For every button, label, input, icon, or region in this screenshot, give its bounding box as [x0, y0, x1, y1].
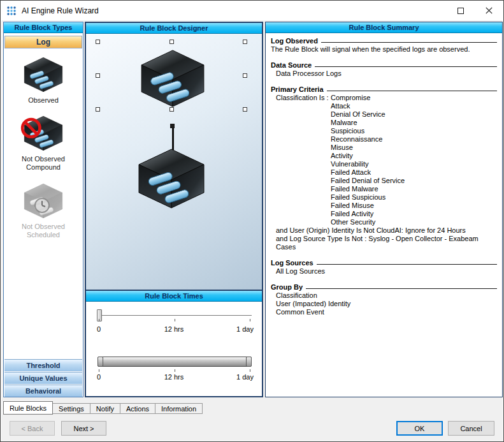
close-button[interactable]	[475, 1, 503, 20]
summary-section-group-by: Group By ClassificationUser (Impacted) I…	[271, 283, 497, 316]
rule-block-designer-canvas[interactable]	[86, 34, 262, 291]
scale-label-1day: 1 day	[236, 325, 254, 333]
scale-label-12hrs: 12 hrs	[164, 373, 184, 381]
back-button: < Back	[10, 421, 55, 436]
section-title: Primary Criteria	[271, 85, 324, 94]
section-title: Log Observed	[271, 37, 318, 45]
wizard-footer: < Back Next > OK Cancel	[1, 421, 503, 439]
classification-item: Activity	[331, 152, 497, 160]
scale-label-1day: 1 day	[236, 373, 254, 381]
cancel-button[interactable]: Cancel	[448, 421, 494, 436]
scale-label-12hrs: 12 hrs	[164, 325, 184, 333]
ok-button[interactable]: OK	[396, 421, 443, 436]
summary-section-primary-criteria: Primary Criteria Classification Is : Com…	[271, 85, 497, 251]
selection-handle[interactable]	[243, 107, 247, 112]
classification-item: Vulnerability	[331, 160, 497, 168]
tab-notify[interactable]: Notify	[90, 403, 120, 414]
rule-block-times-header: Rule Block Times	[86, 291, 262, 302]
rule-block-times-area: 0 12 hrs 1 day 0 12 hrs 1 day	[86, 302, 262, 396]
classification-item: Attack	[331, 102, 497, 110]
section-rule-line	[327, 91, 497, 91]
criteria-line: and Log Source Type Is Not : Syslog - Op…	[276, 235, 497, 251]
selection-handle[interactable]	[96, 40, 100, 44]
summary-section-data-source: Data Source Data Processor Logs	[271, 61, 497, 78]
designer-rule-block-bottom[interactable]	[136, 148, 207, 209]
classification-item: Failed Suspicious	[331, 193, 497, 202]
prohibition-icon	[20, 117, 47, 144]
tick-mark	[175, 319, 175, 321]
classification-is-label: Classification Is :	[276, 94, 331, 226]
tab-information[interactable]: Information	[155, 403, 203, 414]
behavioral-button[interactable]: Behavioral	[4, 385, 82, 397]
classification-item: Other Security	[331, 218, 497, 226]
section-rule-line	[315, 66, 497, 67]
classification-item: Failed Malware	[331, 185, 497, 193]
tick-mark	[250, 369, 250, 372]
log-sources-value: All Log Sources	[271, 267, 497, 276]
maximize-icon	[457, 8, 464, 14]
section-rule-line	[317, 264, 497, 265]
tick-mark	[250, 319, 250, 321]
classification-item: Suspicious	[331, 127, 497, 135]
selection-handle[interactable]	[243, 73, 247, 78]
group-by-item: Common Event	[276, 308, 497, 316]
group-by-item: Classification	[276, 291, 497, 300]
classification-item: Reconnaissance	[331, 135, 497, 144]
time-range-bar[interactable]	[97, 357, 252, 367]
classification-item: Failed Denial of Service	[331, 177, 497, 185]
section-rule-line	[306, 288, 497, 289]
criteria-line: and User (Origin) Identity Is Not CloudA…	[276, 226, 497, 235]
wizard-tabstrip: Rule Blocks Settings Notify Actions Info…	[1, 401, 503, 415]
rule-block-types-header: Rule Block Types	[4, 22, 83, 33]
rule-block-summary-content: Log Observed The Rule Block will signal …	[266, 33, 502, 397]
group-by-item: User (Impacted) Identity	[276, 300, 497, 308]
title-bar[interactable]: AI Engine Rule Wizard	[1, 1, 503, 20]
log-observed-description: The Rule Block will signal when the spec…	[271, 45, 497, 54]
type-observed[interactable]: Observed	[4, 57, 83, 105]
type-observed-label: Observed	[4, 96, 83, 105]
tab-actions[interactable]: Actions	[120, 403, 155, 414]
tab-rule-blocks[interactable]: Rule Blocks	[3, 401, 53, 415]
selection-handle[interactable]	[96, 73, 100, 78]
summary-section-log-sources: Log Sources All Log Sources	[271, 259, 497, 276]
ai-engine-rule-wizard-window: AI Engine Rule Wizard Rule Block Types L…	[0, 0, 504, 442]
observed-cube-icon	[23, 57, 64, 92]
section-title: Group By	[271, 283, 303, 291]
block-connector-line	[172, 128, 174, 150]
tick-mark	[175, 369, 175, 372]
designer-rule-block-top[interactable]	[138, 49, 207, 108]
type-not-observed-compound[interactable]: Not Observed Compound	[4, 115, 83, 172]
type-not-observed-compound-label: Not Observed Compound	[4, 155, 83, 172]
time-slider-track[interactable]	[97, 315, 252, 316]
unique-values-button[interactable]: Unique Values	[4, 372, 82, 384]
selection-handle[interactable]	[169, 107, 174, 112]
rule-block-designer-panel: Rule Block Designer Rule Block Times	[85, 22, 263, 397]
rule-block-summary-header: Rule Block Summary	[266, 22, 502, 33]
classification-item: Failed Activity	[331, 210, 497, 218]
classification-item: Malware	[331, 119, 497, 127]
time-slider-thumb[interactable]	[97, 309, 102, 321]
rule-block-types-panel: Rule Block Types Log Observed Not Observ…	[3, 22, 83, 397]
selection-handle[interactable]	[243, 40, 247, 44]
classification-item: Failed Misuse	[331, 202, 497, 210]
tab-settings[interactable]: Settings	[52, 403, 90, 414]
data-source-value: Data Processor Logs	[271, 70, 497, 78]
close-icon	[486, 7, 493, 14]
tick-mark	[99, 319, 99, 321]
type-not-observed-scheduled: Not Observed Scheduled	[4, 183, 83, 239]
threshold-button[interactable]: Threshold	[4, 359, 82, 371]
next-button[interactable]: Next >	[61, 421, 106, 436]
scale-label-zero: 0	[97, 373, 101, 381]
classification-item: Misuse	[331, 144, 497, 152]
selection-handle[interactable]	[96, 107, 100, 112]
maximize-button[interactable]	[446, 1, 475, 20]
section-title: Log Sources	[271, 259, 313, 267]
selection-handle[interactable]	[169, 40, 174, 44]
rule-block-summary-panel: Rule Block Summary Log Observed The Rule…	[265, 22, 503, 397]
app-logo-icon	[6, 6, 17, 16]
type-not-observed-scheduled-label: Not Observed Scheduled	[4, 223, 83, 239]
summary-section-log-observed: Log Observed The Rule Block will signal …	[271, 37, 497, 54]
log-type-button[interactable]: Log	[4, 36, 82, 48]
classification-item: Failed Attack	[331, 168, 497, 177]
tick-mark	[99, 369, 99, 372]
